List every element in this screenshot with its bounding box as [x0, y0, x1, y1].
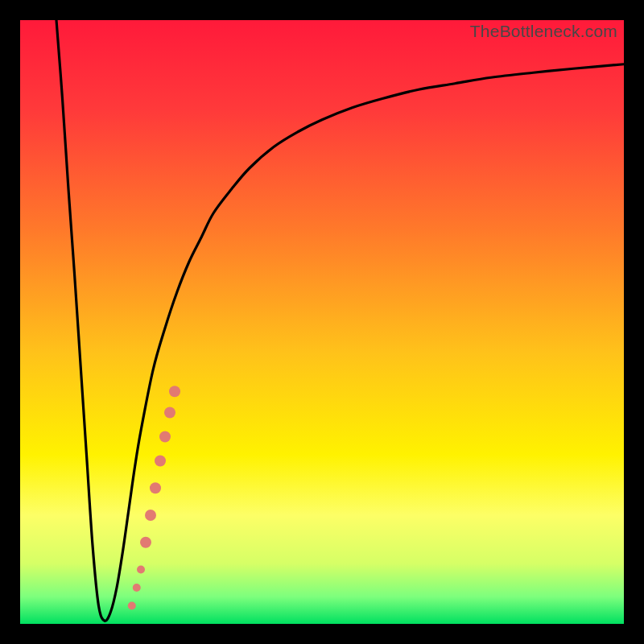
- highlight-dot: [164, 407, 175, 419]
- highlight-dot: [137, 566, 145, 574]
- highlight-dot: [169, 386, 180, 397]
- highlight-dot: [145, 510, 156, 521]
- chart-frame: TheBottleneck.com: [0, 0, 644, 644]
- plot-area: TheBottleneck.com: [20, 20, 624, 624]
- highlight-dot: [133, 584, 141, 592]
- highlight-dots: [128, 386, 180, 609]
- highlight-dot: [150, 482, 161, 493]
- bottleneck-curve: [56, 20, 624, 621]
- watermark-text: TheBottleneck.com: [470, 22, 617, 41]
- highlight-dot: [128, 602, 136, 610]
- highlight-dot: [155, 456, 166, 467]
- highlight-dot: [140, 537, 151, 548]
- curve-layer: [20, 20, 624, 624]
- highlight-dot: [159, 431, 171, 443]
